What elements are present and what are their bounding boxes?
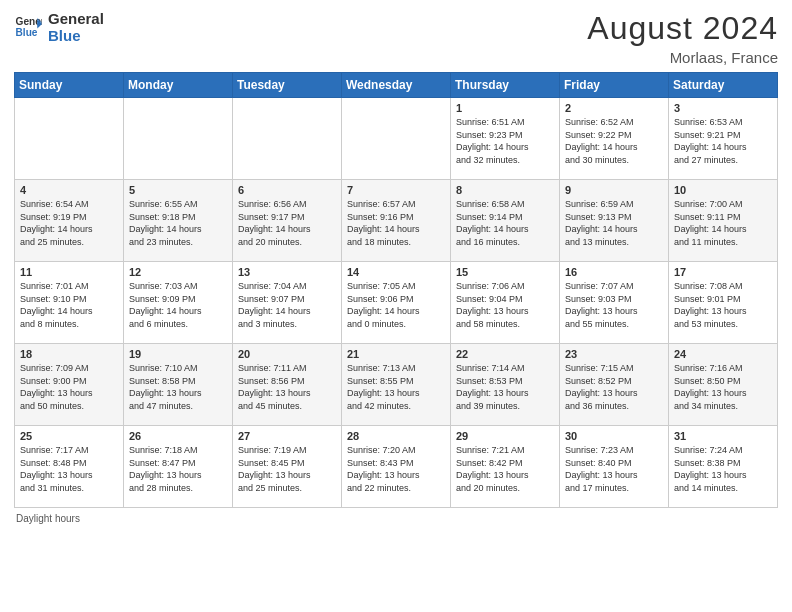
calendar-cell: 7Sunrise: 6:57 AM Sunset: 9:16 PM Daylig… <box>342 180 451 262</box>
day-info: Sunrise: 7:05 AM Sunset: 9:06 PM Dayligh… <box>347 280 445 330</box>
day-number: 3 <box>674 102 772 114</box>
day-info: Sunrise: 7:17 AM Sunset: 8:48 PM Dayligh… <box>20 444 118 494</box>
day-number: 6 <box>238 184 336 196</box>
day-info: Sunrise: 7:13 AM Sunset: 8:55 PM Dayligh… <box>347 362 445 412</box>
weekday-header-wednesday: Wednesday <box>342 73 451 98</box>
day-number: 9 <box>565 184 663 196</box>
weekday-header-row: SundayMondayTuesdayWednesdayThursdayFrid… <box>15 73 778 98</box>
day-number: 21 <box>347 348 445 360</box>
logo-blue-text: Blue <box>48 27 104 44</box>
day-info: Sunrise: 7:07 AM Sunset: 9:03 PM Dayligh… <box>565 280 663 330</box>
day-number: 23 <box>565 348 663 360</box>
day-info: Sunrise: 7:14 AM Sunset: 8:53 PM Dayligh… <box>456 362 554 412</box>
day-info: Sunrise: 7:21 AM Sunset: 8:42 PM Dayligh… <box>456 444 554 494</box>
day-number: 27 <box>238 430 336 442</box>
week-row-2: 4Sunrise: 6:54 AM Sunset: 9:19 PM Daylig… <box>15 180 778 262</box>
day-info: Sunrise: 7:23 AM Sunset: 8:40 PM Dayligh… <box>565 444 663 494</box>
day-info: Sunrise: 6:56 AM Sunset: 9:17 PM Dayligh… <box>238 198 336 248</box>
week-row-5: 25Sunrise: 7:17 AM Sunset: 8:48 PM Dayli… <box>15 426 778 508</box>
day-number: 8 <box>456 184 554 196</box>
day-number: 17 <box>674 266 772 278</box>
calendar-cell: 11Sunrise: 7:01 AM Sunset: 9:10 PM Dayli… <box>15 262 124 344</box>
calendar-cell: 26Sunrise: 7:18 AM Sunset: 8:47 PM Dayli… <box>124 426 233 508</box>
day-number: 11 <box>20 266 118 278</box>
day-number: 1 <box>456 102 554 114</box>
calendar-cell: 21Sunrise: 7:13 AM Sunset: 8:55 PM Dayli… <box>342 344 451 426</box>
day-info: Sunrise: 7:10 AM Sunset: 8:58 PM Dayligh… <box>129 362 227 412</box>
footer-note: Daylight hours <box>14 513 778 524</box>
day-number: 2 <box>565 102 663 114</box>
day-number: 25 <box>20 430 118 442</box>
weekday-header-monday: Monday <box>124 73 233 98</box>
weekday-header-saturday: Saturday <box>669 73 778 98</box>
day-number: 12 <box>129 266 227 278</box>
calendar-cell: 31Sunrise: 7:24 AM Sunset: 8:38 PM Dayli… <box>669 426 778 508</box>
day-number: 29 <box>456 430 554 442</box>
day-info: Sunrise: 7:06 AM Sunset: 9:04 PM Dayligh… <box>456 280 554 330</box>
day-number: 26 <box>129 430 227 442</box>
day-info: Sunrise: 7:08 AM Sunset: 9:01 PM Dayligh… <box>674 280 772 330</box>
day-info: Sunrise: 6:55 AM Sunset: 9:18 PM Dayligh… <box>129 198 227 248</box>
day-number: 30 <box>565 430 663 442</box>
day-info: Sunrise: 7:15 AM Sunset: 8:52 PM Dayligh… <box>565 362 663 412</box>
day-number: 24 <box>674 348 772 360</box>
calendar-cell: 10Sunrise: 7:00 AM Sunset: 9:11 PM Dayli… <box>669 180 778 262</box>
day-number: 7 <box>347 184 445 196</box>
title-block: August 2024 Morlaas, France <box>587 10 778 66</box>
day-number: 15 <box>456 266 554 278</box>
calendar-cell: 13Sunrise: 7:04 AM Sunset: 9:07 PM Dayli… <box>233 262 342 344</box>
logo-icon: General Blue <box>14 13 42 41</box>
calendar-cell <box>342 98 451 180</box>
day-number: 18 <box>20 348 118 360</box>
location-title: Morlaas, France <box>587 49 778 66</box>
day-number: 22 <box>456 348 554 360</box>
day-info: Sunrise: 7:01 AM Sunset: 9:10 PM Dayligh… <box>20 280 118 330</box>
day-info: Sunrise: 7:18 AM Sunset: 8:47 PM Dayligh… <box>129 444 227 494</box>
calendar-cell: 1Sunrise: 6:51 AM Sunset: 9:23 PM Daylig… <box>451 98 560 180</box>
weekday-header-tuesday: Tuesday <box>233 73 342 98</box>
day-number: 14 <box>347 266 445 278</box>
day-info: Sunrise: 7:04 AM Sunset: 9:07 PM Dayligh… <box>238 280 336 330</box>
calendar-cell: 24Sunrise: 7:16 AM Sunset: 8:50 PM Dayli… <box>669 344 778 426</box>
calendar-cell: 30Sunrise: 7:23 AM Sunset: 8:40 PM Dayli… <box>560 426 669 508</box>
logo-general-text: General <box>48 10 104 27</box>
day-info: Sunrise: 7:09 AM Sunset: 9:00 PM Dayligh… <box>20 362 118 412</box>
calendar-cell: 25Sunrise: 7:17 AM Sunset: 8:48 PM Dayli… <box>15 426 124 508</box>
weekday-header-friday: Friday <box>560 73 669 98</box>
calendar-table: SundayMondayTuesdayWednesdayThursdayFrid… <box>14 72 778 508</box>
weekday-header-sunday: Sunday <box>15 73 124 98</box>
calendar-cell: 23Sunrise: 7:15 AM Sunset: 8:52 PM Dayli… <box>560 344 669 426</box>
calendar-cell: 28Sunrise: 7:20 AM Sunset: 8:43 PM Dayli… <box>342 426 451 508</box>
calendar-cell: 14Sunrise: 7:05 AM Sunset: 9:06 PM Dayli… <box>342 262 451 344</box>
day-info: Sunrise: 7:11 AM Sunset: 8:56 PM Dayligh… <box>238 362 336 412</box>
day-number: 28 <box>347 430 445 442</box>
week-row-4: 18Sunrise: 7:09 AM Sunset: 9:00 PM Dayli… <box>15 344 778 426</box>
logo: General Blue General Blue <box>14 10 104 45</box>
day-number: 10 <box>674 184 772 196</box>
calendar-cell: 5Sunrise: 6:55 AM Sunset: 9:18 PM Daylig… <box>124 180 233 262</box>
calendar-page: General Blue General Blue August 2024 Mo… <box>0 0 792 612</box>
calendar-cell: 12Sunrise: 7:03 AM Sunset: 9:09 PM Dayli… <box>124 262 233 344</box>
month-year-title: August 2024 <box>587 10 778 47</box>
calendar-cell: 29Sunrise: 7:21 AM Sunset: 8:42 PM Dayli… <box>451 426 560 508</box>
calendar-cell: 22Sunrise: 7:14 AM Sunset: 8:53 PM Dayli… <box>451 344 560 426</box>
svg-text:Blue: Blue <box>16 27 38 38</box>
day-info: Sunrise: 6:53 AM Sunset: 9:21 PM Dayligh… <box>674 116 772 166</box>
calendar-cell: 15Sunrise: 7:06 AM Sunset: 9:04 PM Dayli… <box>451 262 560 344</box>
day-info: Sunrise: 7:19 AM Sunset: 8:45 PM Dayligh… <box>238 444 336 494</box>
week-row-3: 11Sunrise: 7:01 AM Sunset: 9:10 PM Dayli… <box>15 262 778 344</box>
day-number: 31 <box>674 430 772 442</box>
weekday-header-thursday: Thursday <box>451 73 560 98</box>
day-info: Sunrise: 6:58 AM Sunset: 9:14 PM Dayligh… <box>456 198 554 248</box>
week-row-1: 1Sunrise: 6:51 AM Sunset: 9:23 PM Daylig… <box>15 98 778 180</box>
calendar-cell: 4Sunrise: 6:54 AM Sunset: 9:19 PM Daylig… <box>15 180 124 262</box>
day-number: 20 <box>238 348 336 360</box>
day-info: Sunrise: 7:16 AM Sunset: 8:50 PM Dayligh… <box>674 362 772 412</box>
calendar-cell: 27Sunrise: 7:19 AM Sunset: 8:45 PM Dayli… <box>233 426 342 508</box>
header: General Blue General Blue August 2024 Mo… <box>14 10 778 66</box>
calendar-cell <box>233 98 342 180</box>
calendar-cell <box>15 98 124 180</box>
calendar-cell: 9Sunrise: 6:59 AM Sunset: 9:13 PM Daylig… <box>560 180 669 262</box>
calendar-cell: 6Sunrise: 6:56 AM Sunset: 9:17 PM Daylig… <box>233 180 342 262</box>
day-info: Sunrise: 7:00 AM Sunset: 9:11 PM Dayligh… <box>674 198 772 248</box>
